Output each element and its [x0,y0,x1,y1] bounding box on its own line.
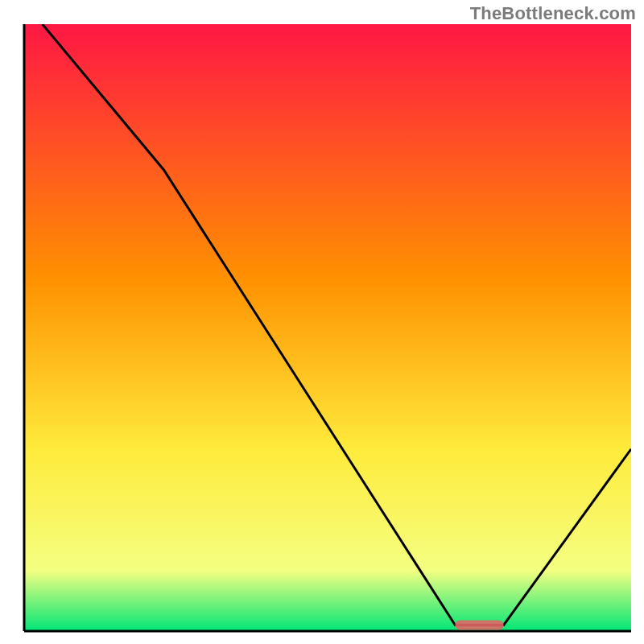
optimal-range-marker [455,620,503,630]
gradient-background [24,24,631,631]
watermark-label: TheBottleneck.com [470,3,636,24]
bottleneck-chart [0,0,644,644]
